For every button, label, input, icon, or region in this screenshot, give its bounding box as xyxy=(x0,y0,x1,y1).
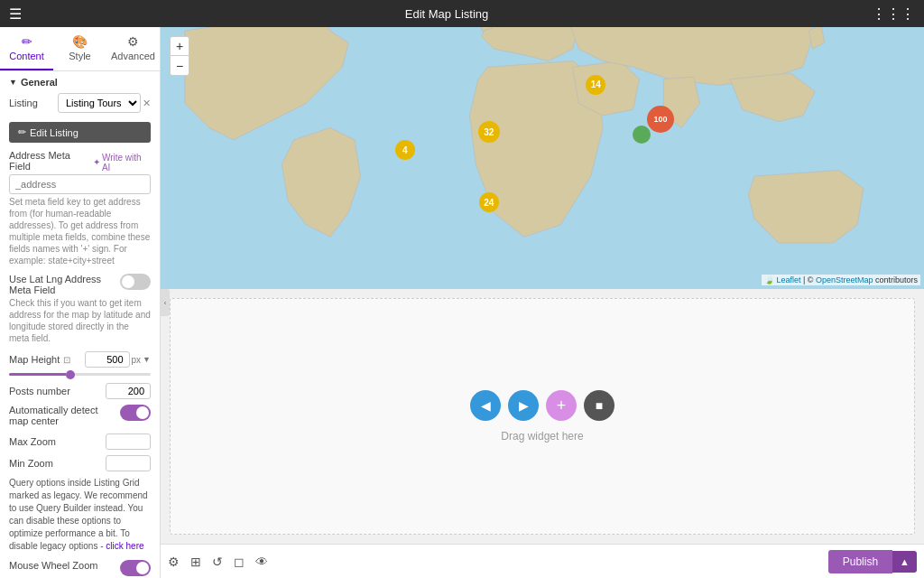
max-zoom-input[interactable] xyxy=(106,434,151,450)
eye-icon[interactable]: 👁 xyxy=(255,555,268,569)
widget-prev-button[interactable]: ◀ xyxy=(470,390,501,421)
widget-area: ◀ ▶ + ■ Drag widget here xyxy=(170,298,915,535)
unit-dropdown-icon[interactable]: ▼ xyxy=(143,355,151,364)
map-attribution: 🍃 Leaflet | © OpenStreetMap contributors xyxy=(762,275,920,285)
listing-select[interactable]: Listing Tours xyxy=(58,93,141,113)
general-section-title: General xyxy=(21,77,58,88)
toggle-knob-2 xyxy=(136,406,149,419)
posts-number-input[interactable] xyxy=(106,383,151,399)
general-section-header[interactable]: ▼ General xyxy=(0,71,160,93)
publish-group: Publish ▲ xyxy=(828,550,917,573)
auto-detect-row: Automatically detect map center xyxy=(0,405,160,426)
click-here-link[interactable]: click here xyxy=(106,541,143,551)
ai-link-label: Write with AI xyxy=(102,153,151,172)
style-tab-icon: 🎨 xyxy=(72,34,88,49)
map-height-unit: px xyxy=(132,355,142,365)
collapse-sidebar-handle[interactable]: ‹ xyxy=(161,289,170,316)
write-with-ai-link[interactable]: ✦ Write with AI xyxy=(93,153,151,172)
responsive-icon[interactable]: ◻ xyxy=(234,555,245,569)
grid-icon[interactable]: ⊞ xyxy=(190,555,201,569)
map-marker-1[interactable]: 4 xyxy=(395,140,415,160)
posts-number-label: Posts number xyxy=(9,386,70,396)
query-options-text: Query options inside Listing Grid marked… xyxy=(0,477,160,553)
toggle-knob xyxy=(122,275,134,288)
leaflet-link[interactable]: Leaflet xyxy=(776,275,800,284)
widget-add-button[interactable]: + xyxy=(546,390,577,421)
map-height-label: Map Height xyxy=(9,354,60,365)
min-zoom-row: Min Zoom xyxy=(0,455,160,471)
min-zoom-label: Min Zoom xyxy=(9,458,53,469)
mouse-wheel-label: Mouse Wheel Zoom xyxy=(9,560,115,571)
edit-listing-label: Edit Listing xyxy=(30,127,79,138)
sidebar-wrapper: ✏ Content 🎨 Style ⚙ Advanced ▼ General xyxy=(0,27,161,578)
menu-icon[interactable]: ⋮⋮⋮ xyxy=(872,5,915,23)
tab-advanced[interactable]: ⚙ Advanced xyxy=(106,27,160,70)
world-map-svg xyxy=(161,27,924,289)
map-marker-6[interactable]: 24 xyxy=(479,192,499,212)
osm-link[interactable]: OpenStreetMap xyxy=(816,275,873,284)
sidebar: ✏ Content 🎨 Style ⚙ Advanced ▼ General xyxy=(0,27,161,578)
content-area: + − 🍃 Leaflet | © OpenStreetMap contribu… xyxy=(161,27,924,578)
listing-close-icon[interactable]: ✕ xyxy=(143,98,151,109)
use-lat-lng-desc: Check this if you want to get item addre… xyxy=(9,297,151,344)
use-lat-lng-row: Use Lat Lng Address Meta Field Check thi… xyxy=(0,274,160,344)
content-tab-icon: ✏ xyxy=(22,34,32,49)
edit-listing-button[interactable]: ✏ Edit Listing xyxy=(9,122,151,143)
advanced-tab-icon: ⚙ xyxy=(127,34,139,49)
top-bar: ☰ Edit Map Listing ⋮⋮⋮ xyxy=(0,0,924,27)
widget-next-button[interactable]: ▶ xyxy=(508,390,539,421)
mouse-wheel-row: Mouse Wheel Zoom xyxy=(0,560,160,576)
edit-icon: ✏ xyxy=(18,126,26,138)
widget-icons-row: ◀ ▶ + ■ xyxy=(470,390,614,421)
bottom-bar: ⚙ ⊞ ↺ ◻ 👁 Publish ▲ xyxy=(161,544,924,578)
map-marker-5[interactable] xyxy=(633,126,651,144)
settings-icon[interactable]: ⚙ xyxy=(168,555,180,569)
map-height-input[interactable] xyxy=(85,351,130,368)
map-height-row: Map Height ⊡ px ▼ xyxy=(0,351,160,368)
address-desc: Set meta field key to get address from (… xyxy=(9,196,151,266)
map-container: + − 🍃 Leaflet | © OpenStreetMap contribu… xyxy=(161,27,924,289)
bottom-icons: ⚙ ⊞ ↺ ◻ 👁 xyxy=(168,555,268,569)
tab-content[interactable]: ✏ Content xyxy=(0,27,53,70)
zoom-in-button[interactable]: + xyxy=(170,36,189,56)
toggle-knob-3 xyxy=(136,562,149,574)
attribution-suffix: contributors xyxy=(875,275,918,284)
auto-detect-label: Automatically detect map center xyxy=(9,405,115,426)
listing-label: Listing xyxy=(9,98,38,108)
map-marker-3[interactable]: 14 xyxy=(586,75,605,95)
tab-style[interactable]: 🎨 Style xyxy=(53,27,106,70)
mouse-wheel-toggle[interactable] xyxy=(120,560,151,576)
aspect-ratio-icon[interactable]: ⊡ xyxy=(63,355,70,365)
use-lat-lng-toggle[interactable] xyxy=(120,274,151,290)
listing-field-row: Listing Listing Tours ✕ xyxy=(0,93,160,113)
slider-thumb[interactable] xyxy=(66,370,75,379)
address-meta-input[interactable] xyxy=(9,174,151,194)
style-tab-label: Style xyxy=(69,51,90,61)
content-tab-label: Content xyxy=(9,51,44,61)
page-title: Edit Map Listing xyxy=(405,7,489,21)
general-arrow: ▼ xyxy=(9,78,17,87)
ai-icon: ✦ xyxy=(93,157,100,167)
map-height-slider-container[interactable] xyxy=(0,373,160,376)
min-zoom-input[interactable] xyxy=(106,455,151,471)
use-lat-lng-label: Use Lat Lng Address Meta Field xyxy=(9,274,115,295)
address-meta-label: Address Meta Field xyxy=(9,150,93,172)
hamburger-icon[interactable]: ☰ xyxy=(9,5,22,23)
map-height-slider[interactable] xyxy=(9,373,151,376)
map-controls: + − xyxy=(170,36,189,76)
tab-bar: ✏ Content 🎨 Style ⚙ Advanced xyxy=(0,27,160,71)
max-zoom-label: Max Zoom xyxy=(9,436,56,447)
drag-widget-text: Drag widget here xyxy=(501,430,583,443)
posts-number-row: Posts number xyxy=(0,383,160,399)
auto-detect-toggle[interactable] xyxy=(120,405,151,421)
widget-stop-button[interactable]: ■ xyxy=(584,390,614,421)
publish-arrow-button[interactable]: ▲ xyxy=(892,551,917,573)
max-zoom-row: Max Zoom xyxy=(0,434,160,450)
advanced-tab-label: Advanced xyxy=(111,51,155,61)
map-marker-4[interactable]: 100 xyxy=(647,106,674,133)
map-marker-2[interactable]: 32 xyxy=(478,121,500,143)
publish-button[interactable]: Publish xyxy=(828,550,892,573)
zoom-out-button[interactable]: − xyxy=(170,56,189,76)
address-meta-field-row: Address Meta Field ✦ Write with AI Set m… xyxy=(0,150,160,266)
history-icon[interactable]: ↺ xyxy=(212,555,223,569)
